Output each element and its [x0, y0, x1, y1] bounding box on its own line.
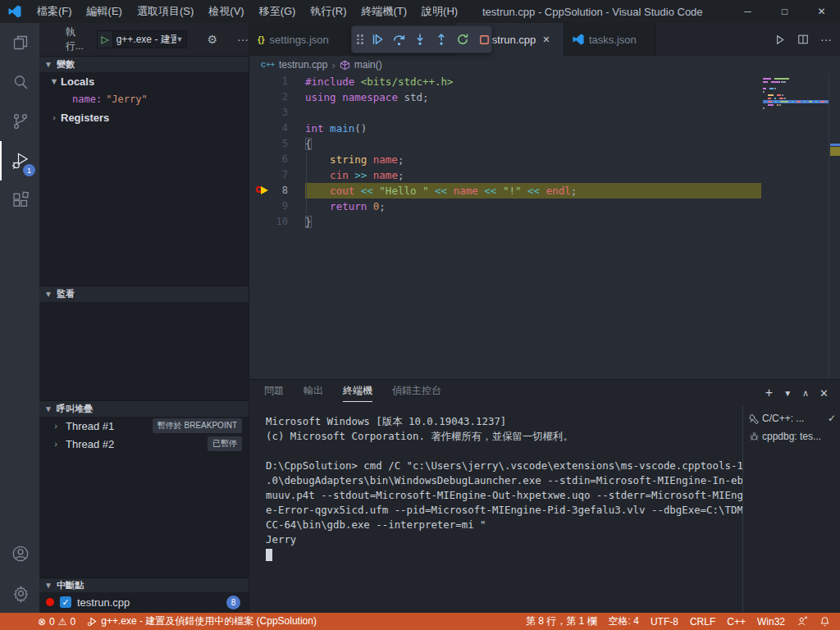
terminal-output[interactable]: Microsoft Windows [版本 10.0.19043.1237](c…: [249, 406, 742, 613]
minimap[interactable]: [763, 77, 829, 110]
terminal-list-item[interactable]: cppdbg: tes...: [743, 427, 840, 445]
call-stack-content: ›Thread #1暫停於 BREAKPOINT›Thread #2已暫停: [39, 417, 249, 578]
notifications-bell-icon[interactable]: [819, 616, 830, 627]
section-watch[interactable]: ▼監看: [39, 285, 249, 302]
run-code-icon[interactable]: [774, 34, 786, 46]
line-number[interactable]: 1: [249, 74, 305, 89]
menu-item[interactable]: 執行(R): [303, 0, 354, 23]
breadcrumb: C++ testrun.cpp › main(): [249, 56, 840, 74]
continue-icon[interactable]: [368, 29, 386, 50]
tab-settings-json[interactable]: {}settings.json: [249, 23, 355, 56]
line-number[interactable]: 2: [249, 89, 305, 105]
error-count: 0: [49, 616, 55, 628]
line-number[interactable]: 9: [249, 199, 305, 214]
step-into-icon[interactable]: [411, 29, 429, 50]
activity-explorer-icon[interactable]: [0, 23, 39, 62]
feedback-icon[interactable]: [797, 616, 808, 627]
more-actions-icon[interactable]: ···: [237, 33, 249, 46]
line-number[interactable]: 4: [249, 121, 305, 136]
indentation[interactable]: 空格: 4: [609, 614, 639, 628]
activity-extensions-icon[interactable]: [0, 180, 39, 220]
launch-config-dropdown[interactable]: ▷ g++.exe - 建置 ▼: [97, 30, 187, 48]
code-editor[interactable]: 1#include <bits/stdc++.h>2using namespac…: [249, 74, 840, 379]
breakpoint-row[interactable]: ✓ testrun.cpp 8: [39, 592, 249, 612]
menu-item[interactable]: 移至(G): [252, 0, 304, 23]
registers-node[interactable]: › Registers: [39, 108, 249, 126]
terminal-line: Jerry: [266, 532, 742, 547]
step-out-icon[interactable]: [432, 29, 450, 50]
overview-ruler[interactable]: [829, 74, 840, 379]
new-terminal-icon[interactable]: +: [765, 386, 773, 400]
locals-node[interactable]: ▼ Locals: [39, 72, 249, 90]
stop-icon[interactable]: [475, 29, 493, 50]
debug-session-status[interactable]: g++.exe - 建置及偵錯使用中的檔案 (CppSolution): [87, 614, 317, 628]
menu-item[interactable]: 編輯(E): [80, 0, 130, 23]
encoding[interactable]: UTF-8: [651, 616, 678, 628]
close-tab-icon[interactable]: ✕: [542, 34, 550, 45]
panel-tab-問題[interactable]: 問題: [264, 384, 284, 402]
menu-item[interactable]: 選取項目(S): [130, 0, 201, 23]
line-number[interactable]: 5: [249, 136, 305, 152]
variables-content: ▼ Locals name: "Jerry" › Registers: [39, 72, 249, 285]
maximize-panel-icon[interactable]: ∧: [802, 388, 809, 399]
run-label: 執行...: [66, 25, 87, 53]
step-over-icon[interactable]: [390, 29, 408, 50]
eol-sequence[interactable]: CRLF: [690, 616, 715, 628]
line-number[interactable]: 7: [249, 167, 305, 183]
activity-run-and-debug-icon[interactable]: 1: [0, 141, 39, 180]
section-variables[interactable]: ▼變數: [39, 56, 249, 72]
indent-guide: [306, 167, 307, 183]
title-bar: 檔案(F)編輯(E)選取項目(S)檢視(V)移至(G)執行(R)終端機(T)說明…: [0, 0, 840, 23]
variable-row[interactable]: name: "Jerry": [39, 90, 249, 108]
line-number[interactable]: 10: [249, 214, 305, 230]
tab-tasks-json[interactable]: tasks.json: [564, 23, 656, 56]
language-mode[interactable]: C++: [727, 616, 746, 628]
line-number[interactable]: 6: [249, 152, 305, 167]
activity-search-icon[interactable]: [0, 62, 39, 102]
code-line-7: 7 cin >> name;: [249, 167, 840, 183]
code-line-6: 6 string name;: [249, 152, 840, 167]
bottom-panel: 問題輸出終端機偵錯主控台 + ▼ ∧ ✕ Microsoft Windows […: [249, 379, 840, 613]
terminal-list-item[interactable]: C/C++: ...✓: [743, 409, 840, 427]
debug-gear-icon[interactable]: ⚙: [207, 33, 217, 46]
activity-settings-icon[interactable]: [0, 573, 39, 613]
thread-row[interactable]: ›Thread #1暫停於 BREAKPOINT: [39, 417, 249, 435]
breadcrumb-file[interactable]: testrun.cpp: [279, 59, 327, 71]
drag-handle[interactable]: [357, 34, 363, 44]
chevron-right-icon: ›: [48, 112, 61, 122]
maximize-button[interactable]: □: [766, 0, 803, 23]
ruler-mark-highlight: [830, 147, 840, 156]
platform[interactable]: Win32: [757, 616, 785, 628]
minimize-button[interactable]: ─: [729, 0, 766, 23]
close-button[interactable]: ✕: [803, 0, 840, 23]
menu-item[interactable]: 檢視(V): [201, 0, 251, 23]
terminal-dropdown-icon[interactable]: ▼: [783, 389, 792, 398]
thread-row[interactable]: ›Thread #2已暫停: [39, 435, 249, 453]
breadcrumb-symbol[interactable]: main(): [354, 59, 382, 71]
activity-source-control-icon[interactable]: [0, 102, 39, 141]
problems-status[interactable]: ⊗ 0 ⚠ 0: [38, 616, 75, 628]
panel-body: Microsoft Windows [版本 10.0.19043.1237](c…: [249, 406, 840, 613]
code-text: return 0;: [305, 199, 840, 214]
panel-tab-輸出[interactable]: 輸出: [304, 384, 323, 402]
close-panel-icon[interactable]: ✕: [819, 387, 829, 399]
breakpoint-count-badge: 8: [226, 596, 240, 609]
activity-bar-spacer: [0, 220, 39, 534]
restart-icon[interactable]: [454, 29, 472, 50]
activity-account-icon[interactable]: [0, 534, 39, 573]
start-debugging-icon[interactable]: ▷: [98, 31, 112, 48]
breakpoint-current-icon[interactable]: [256, 183, 271, 199]
split-editor-icon[interactable]: [797, 34, 809, 45]
section-call-stack[interactable]: ▼呼叫堆疊: [39, 400, 249, 417]
menu-item[interactable]: 檔案(F): [30, 0, 80, 23]
panel-tab-終端機[interactable]: 終端機: [343, 384, 372, 402]
panel-tab-偵錯主控台[interactable]: 偵錯主控台: [392, 384, 441, 402]
cursor-position[interactable]: 第 8 行，第 1 欄: [526, 614, 597, 628]
section-breakpoints[interactable]: ▼中斷點: [39, 578, 249, 592]
line-number[interactable]: 8: [249, 183, 305, 199]
more-actions-icon[interactable]: ···: [820, 33, 832, 46]
menu-item[interactable]: 終端機(T): [354, 0, 414, 23]
breakpoint-checkbox[interactable]: ✓: [60, 596, 71, 608]
menu-item[interactable]: 說明(H): [414, 0, 465, 23]
line-number[interactable]: 3: [249, 105, 305, 121]
